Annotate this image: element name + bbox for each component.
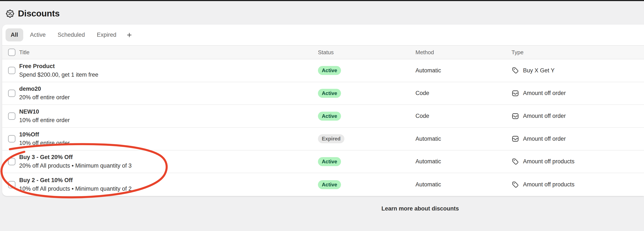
discount-subtitle: 10% off All products • Minimum quantity …	[19, 186, 318, 192]
discount-code-icon	[512, 90, 519, 97]
table-header: Title Status Method Type	[2, 45, 644, 59]
plus-icon	[126, 32, 132, 38]
table-row[interactable]: Buy 3 - Get 20% Off 20% off All products…	[2, 150, 644, 173]
row-checkbox[interactable]	[8, 90, 15, 97]
page-title: Discounts	[18, 8, 60, 18]
discount-subtitle: 10% off entire order	[19, 117, 318, 124]
tab-all[interactable]: All	[6, 28, 23, 42]
discount-subtitle: 20% off All products • Minimum quantity …	[19, 162, 318, 169]
status-badge: Expired	[318, 134, 344, 143]
row-checkbox[interactable]	[8, 112, 15, 120]
page-header: Discounts	[6, 8, 60, 18]
discount-title: NEW10	[19, 108, 318, 115]
status-badge: Active	[318, 180, 341, 189]
discount-subtitle: 10% off entire order	[19, 140, 318, 146]
table-row[interactable]: Buy 2 - Get 10% Off 10% off All products…	[2, 173, 644, 196]
row-checkbox[interactable]	[8, 158, 15, 165]
add-view-button[interactable]	[123, 29, 136, 41]
table-row[interactable]: demo20 20% off entire order Active Code …	[2, 82, 644, 105]
discount-title: Free Product	[19, 63, 318, 70]
tag-icon	[512, 158, 519, 166]
tab-scheduled[interactable]: Scheduled	[52, 28, 90, 42]
discount-title: 10%Off	[19, 131, 318, 138]
top-toolbar-edge	[0, 0, 644, 1]
learn-more-link[interactable]: Learn more about discounts	[352, 206, 488, 212]
table-body: Free Product Spend $200.00, get 1 item f…	[2, 59, 644, 196]
discount-seal-icon	[6, 9, 14, 18]
discount-method: Automatic	[416, 158, 512, 165]
discount-code-icon	[512, 112, 519, 120]
status-badge: Active	[318, 157, 341, 166]
discount-method: Automatic	[416, 136, 512, 142]
row-checkbox[interactable]	[8, 67, 15, 74]
discount-subtitle: 20% off entire order	[19, 94, 318, 101]
discount-title: Buy 3 - Get 20% Off	[19, 154, 318, 160]
filter-tabs: All Active Scheduled Expired	[2, 24, 644, 45]
discount-title: Buy 2 - Get 10% Off	[19, 177, 318, 184]
discount-type: Amount off order	[523, 113, 566, 119]
status-badge: Active	[318, 89, 341, 98]
column-header-status: Status	[318, 49, 416, 56]
discount-type: Amount off order	[523, 90, 566, 96]
discount-type: Buy X Get Y	[523, 67, 554, 74]
discounts-card: All Active Scheduled Expired Title Statu…	[2, 24, 644, 196]
column-header-title: Title	[19, 49, 318, 56]
discount-method: Code	[416, 90, 512, 96]
discount-subtitle: Spend $200.00, get 1 item free	[19, 72, 318, 78]
tag-icon	[512, 181, 519, 188]
tab-expired[interactable]: Expired	[92, 28, 122, 42]
table-row[interactable]: 10%Off 10% off entire order Expired Auto…	[2, 128, 644, 150]
status-badge: Active	[318, 66, 341, 75]
discount-type: Amount off products	[523, 158, 574, 165]
discount-type: Amount off order	[523, 136, 566, 142]
discount-method: Automatic	[416, 67, 512, 74]
discount-code-icon	[512, 135, 519, 142]
row-checkbox[interactable]	[8, 181, 15, 188]
table-row[interactable]: Free Product Spend $200.00, get 1 item f…	[2, 59, 644, 82]
discount-type: Amount off products	[523, 181, 574, 188]
row-checkbox[interactable]	[8, 135, 15, 142]
column-header-method: Method	[416, 49, 512, 56]
tab-active[interactable]: Active	[25, 28, 51, 42]
select-all-checkbox[interactable]	[8, 49, 15, 56]
discount-method: Code	[416, 113, 512, 119]
status-badge: Active	[318, 112, 341, 120]
discount-title: demo20	[19, 86, 318, 92]
tag-icon	[512, 66, 519, 74]
column-header-type: Type	[512, 49, 644, 56]
table-row[interactable]: NEW10 10% off entire order Active Code A…	[2, 105, 644, 128]
discount-method: Automatic	[416, 181, 512, 188]
